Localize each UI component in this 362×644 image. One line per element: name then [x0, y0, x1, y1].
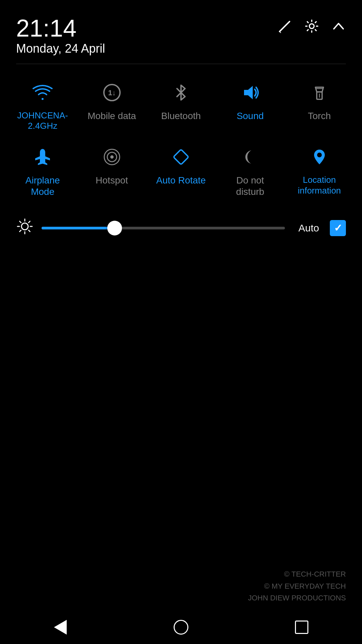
tile-airplane-mode[interactable]: Airplane Mode — [12, 139, 73, 200]
auto-brightness-checkbox[interactable] — [330, 220, 346, 236]
svg-line-0 — [280, 21, 290, 32]
location-label: Locationinformation — [298, 175, 341, 196]
tiles-row-1: JOHNCENA-2.4GHz 1↓ Mobile data Bluetooth — [8, 75, 354, 134]
tile-torch[interactable]: Torch — [289, 75, 350, 134]
tile-wifi[interactable]: JOHNCENA-2.4GHz — [12, 75, 73, 134]
svg-text:1↓: 1↓ — [108, 89, 116, 97]
time-section: 21:14 Monday, 24 April — [16, 16, 105, 56]
header: 21:14 Monday, 24 April — [0, 0, 362, 64]
mobile-data-icon: 1↓ — [97, 77, 127, 108]
torch-icon — [304, 77, 335, 108]
watermark-line2: © MY EVERYDAY TECH — [248, 580, 346, 592]
edit-icon[interactable] — [278, 19, 292, 37]
auto-rotate-icon — [166, 142, 196, 172]
hotspot-label: Hotspot — [96, 175, 128, 186]
tile-auto-rotate[interactable]: Auto Rotate — [151, 139, 211, 200]
do-not-disturb-label: Do not disturb — [223, 175, 278, 197]
watermark-line3: JOHN DIEW PRODUCTIONS — [248, 592, 346, 604]
tile-hotspot[interactable]: Hotspot — [82, 139, 142, 200]
tile-location[interactable]: Locationinformation — [289, 139, 350, 200]
hotspot-icon — [97, 142, 127, 172]
auto-brightness-label: Auto — [298, 222, 319, 234]
svg-line-19 — [20, 221, 21, 222]
svg-marker-5 — [244, 86, 253, 99]
bottom-nav — [0, 610, 362, 644]
mobile-data-label: Mobile data — [87, 110, 136, 122]
svg-line-21 — [28, 221, 30, 222]
tile-mobile-data[interactable]: 1↓ Mobile data — [82, 75, 142, 134]
brightness-track — [42, 227, 285, 229]
tile-bluetooth[interactable]: Bluetooth — [151, 75, 211, 134]
location-icon — [304, 142, 335, 172]
svg-line-22 — [20, 230, 21, 231]
header-icons — [278, 16, 346, 37]
settings-icon[interactable] — [304, 19, 319, 37]
svg-point-9 — [110, 155, 114, 159]
svg-point-14 — [21, 223, 28, 230]
wifi-label: JOHNCENA-2.4GHz — [15, 110, 70, 131]
recents-button[interactable] — [288, 614, 315, 641]
svg-point-13 — [317, 153, 322, 157]
collapse-icon[interactable] — [331, 19, 346, 37]
date-display: Monday, 24 April — [16, 42, 105, 56]
recents-icon — [295, 621, 308, 634]
bluetooth-icon — [166, 77, 196, 108]
brightness-slider[interactable] — [42, 227, 285, 229]
sound-icon — [235, 77, 265, 108]
brightness-fill — [42, 227, 115, 229]
tile-sound[interactable]: Sound — [220, 75, 280, 134]
svg-line-20 — [28, 230, 30, 231]
quick-tiles: JOHNCENA-2.4GHz 1↓ Mobile data Bluetooth — [0, 64, 362, 211]
brightness-row: Auto — [0, 211, 362, 245]
tiles-row-2: Airplane Mode Hotspot Auto Rotate — [8, 139, 354, 200]
airplane-mode-label: Airplane Mode — [15, 175, 70, 197]
do-not-disturb-icon — [235, 142, 265, 172]
time-display: 21:14 — [16, 16, 105, 40]
notification-panel: 21:14 Monday, 24 April — [0, 0, 362, 644]
home-icon — [174, 620, 188, 635]
brightness-thumb[interactable] — [107, 221, 122, 235]
torch-label: Torch — [308, 110, 331, 122]
watermark-line1: © TECH-CRITTER — [248, 568, 346, 580]
wifi-icon — [27, 77, 58, 108]
sound-label: Sound — [237, 110, 264, 122]
watermark: © TECH-CRITTER © MY EVERYDAY TECH JOHN D… — [248, 568, 346, 604]
svg-rect-12 — [173, 150, 188, 165]
home-button[interactable] — [168, 614, 194, 641]
back-button[interactable] — [47, 614, 74, 641]
svg-point-2 — [309, 24, 314, 29]
tile-do-not-disturb[interactable]: Do not disturb — [220, 139, 280, 200]
svg-line-1 — [280, 32, 281, 33]
auto-rotate-label: Auto Rotate — [156, 175, 206, 186]
back-icon — [54, 620, 67, 635]
brightness-icon — [16, 218, 34, 238]
airplane-icon — [27, 142, 58, 172]
bluetooth-label: Bluetooth — [161, 110, 201, 122]
